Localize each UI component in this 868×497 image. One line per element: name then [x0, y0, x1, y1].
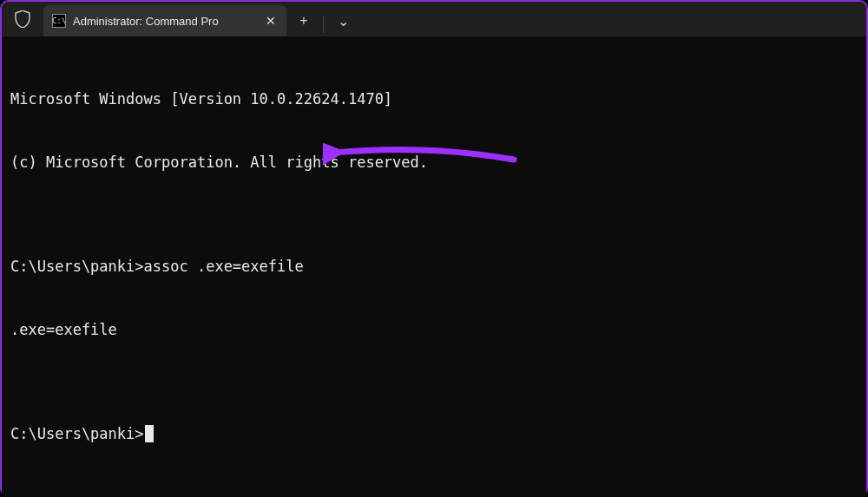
- separator: [323, 16, 324, 33]
- tab-active[interactable]: C:\ Administrator: Command Pro ✕: [43, 5, 286, 36]
- terminal-line: .exe=exefile: [10, 319, 858, 340]
- terminal-prompt-line: C:\Users\panki>: [10, 423, 858, 444]
- tab-dropdown-button[interactable]: ⌄: [326, 5, 360, 36]
- tab-title: Administrator: Command Pro: [73, 15, 255, 28]
- cmd-icon: C:\: [52, 14, 66, 28]
- new-tab-button[interactable]: +: [286, 5, 321, 36]
- terminal-window: C:\ Administrator: Command Pro ✕ + ⌄ Mic…: [0, 0, 868, 497]
- cursor: [145, 425, 154, 442]
- shield-icon: [2, 2, 43, 36]
- terminal-prompt: C:\Users\panki>: [10, 423, 144, 444]
- titlebar-actions: + ⌄: [286, 5, 360, 36]
- titlebar: C:\ Administrator: Command Pro ✕ + ⌄: [2, 2, 866, 36]
- terminal-line: (c) Microsoft Corporation. All rights re…: [10, 152, 858, 173]
- terminal-line: Microsoft Windows [Version 10.0.22624.14…: [10, 88, 858, 109]
- close-tab-button[interactable]: ✕: [262, 12, 279, 29]
- terminal-area[interactable]: Microsoft Windows [Version 10.0.22624.14…: [2, 36, 866, 497]
- terminal-line: C:\Users\panki>assoc .exe=exefile: [10, 256, 858, 277]
